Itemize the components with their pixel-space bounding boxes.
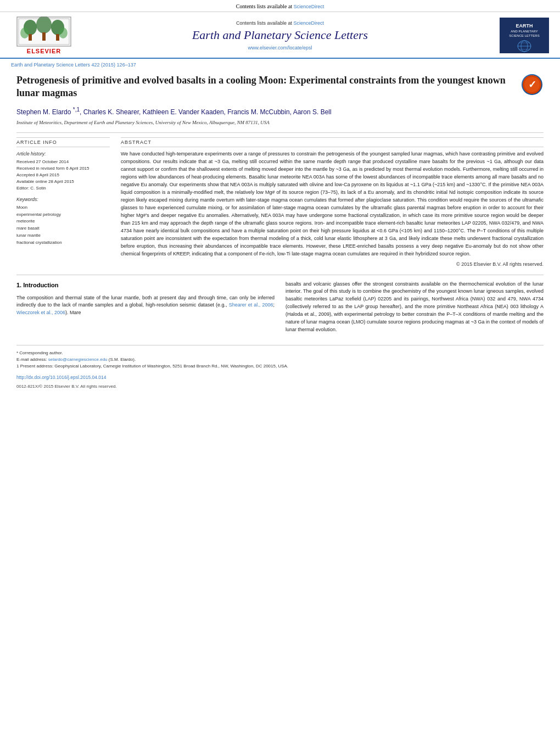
shearer-2006-link[interactable]: Shearer et al., 2006 (229, 302, 273, 308)
received-date: Received 27 October 2014 (16, 159, 110, 165)
author-bell: Aaron S. Bell (293, 108, 332, 116)
article-info-header: ARTICLE INFO (16, 137, 110, 147)
email-label: E-mail address: (16, 357, 47, 362)
body-text-right: basalts and volcanic glasses offer the s… (285, 281, 544, 334)
author-elardo: Stephen M. Elardo *,1, (16, 108, 83, 116)
footnote-star: * Corresponding author. (16, 350, 544, 356)
author-mccubbin: Francis M. McCubbin, (227, 108, 293, 116)
keyword-moon: Moon (16, 204, 110, 211)
top-banner: Contents lists available at ScienceDirec… (0, 0, 560, 12)
abstract-text: We have conducted high-temperature exper… (121, 150, 544, 258)
svg-rect-4 (29, 34, 32, 41)
received-revised-date: Received in revised form 6 April 2015 (16, 165, 110, 172)
journal-header: ELSEVIER Contents lists available at Sci… (0, 12, 560, 59)
footnote-1: 1 Present address: Geophysical Laborator… (16, 363, 544, 370)
keyword-fract-cryst: fractional crystallization (16, 239, 110, 247)
keywords-block: Keywords: Moon experimental petrology me… (16, 196, 110, 247)
crossmark-logo: ✓ (522, 74, 544, 96)
epsl-logo-section: EARTH AND PLANETARY SCIENCE LETTERS (483, 18, 549, 53)
elsevier-logo-section: ELSEVIER (11, 16, 77, 54)
issn-copyright: 0012-821X/© 2015 Elsevier B.V. All right… (16, 383, 544, 390)
journal-title: Earth and Planetary Science Letters (88, 28, 472, 42)
article-history-block: Article history: Received 27 October 201… (16, 150, 110, 192)
footnote-email: E-mail address: selardo@carnegiescience.… (16, 356, 544, 363)
svg-text:AND PLANETARY: AND PLANETARY (511, 30, 537, 33)
author-vander-kaaden: Kathleen E. Vander Kaaden, (143, 108, 228, 116)
editor-line: Editor: C. Sotin (16, 185, 110, 192)
svg-point-2 (36, 16, 52, 34)
journal-url-link[interactable]: www.elsevier.com/locate/epsl (248, 45, 312, 51)
svg-point-7 (20, 27, 29, 38)
keyword-meteorite: meteorite (16, 218, 110, 225)
divider-1 (16, 132, 544, 133)
footnotes-section: * Corresponding author. E-mail address: … (16, 345, 544, 390)
keywords-label: Keywords: (16, 196, 110, 203)
authors-line: Stephen M. Elardo *,1, Charles K. Sheare… (16, 105, 544, 117)
svg-rect-6 (56, 34, 59, 41)
contents-label: Contents lists available at (236, 20, 292, 26)
available-date: Available online 28 April 2015 (16, 178, 110, 185)
svg-rect-5 (42, 32, 46, 41)
introduction-section: 1. Introduction The composition and ther… (16, 275, 544, 334)
wieczorek-2006-link[interactable]: Wieczorek et al., 2006 (16, 310, 65, 315)
info-abstract-section: ARTICLE INFO Article history: Received 2… (16, 137, 544, 266)
elsevier-tree-icon (16, 16, 71, 47)
keyword-exp-petrology: experimental petrology (16, 211, 110, 219)
abstract-column: ABSTRACT We have conducted high-temperat… (121, 137, 544, 266)
author-shearer: Charles K. Shearer, (83, 108, 143, 116)
affiliation: Institute of Meteoritics, Department of … (16, 119, 544, 126)
body-text-left: The composition and thermal state of the… (16, 294, 275, 317)
svg-point-8 (59, 27, 68, 38)
sciencedirect-header-link[interactable]: ScienceDirect (294, 20, 324, 26)
corresponding-label: * Corresponding author. (16, 350, 63, 355)
elsevier-brand-text: ELSEVIER (27, 48, 61, 54)
journal-info-center: Contents lists available at ScienceDirec… (77, 20, 483, 51)
contents-available-line: Contents lists available at ScienceDirec… (88, 20, 472, 26)
article-info-column: ARTICLE INFO Article history: Received 2… (16, 137, 110, 266)
article-meta-bar: Earth and Planetary Science Letters 422 … (0, 59, 560, 69)
body-col-right: basalts and volcanic glasses offer the s… (285, 281, 544, 334)
body-col-left: 1. Introduction The composition and ther… (16, 281, 275, 334)
sciencedirect-link[interactable]: ScienceDirect (294, 4, 324, 9)
keyword-lunar-mantle: lunar mantle (16, 232, 110, 239)
epsl-journal-logo: EARTH AND PLANETARY SCIENCE LETTERS (500, 18, 549, 53)
article-title-section: Petrogenesis of primitive and evolved ba… (16, 74, 544, 100)
svg-text:EARTH: EARTH (516, 23, 533, 29)
main-content: Petrogenesis of primitive and evolved ba… (0, 69, 560, 395)
citation-text: Earth and Planetary Science Letters 422 … (11, 62, 136, 68)
abstract-header: ABSTRACT (121, 137, 544, 147)
body-two-column: 1. Introduction The composition and ther… (16, 281, 544, 334)
contents-text: Contents lists available at (236, 3, 292, 9)
elsevier-logo: ELSEVIER (11, 16, 77, 54)
article-title: Petrogenesis of primitive and evolved ba… (16, 74, 522, 100)
email-suffix: (S.M. Elardo). (109, 357, 136, 362)
crossmark-icon: ✓ (522, 74, 542, 95)
accepted-date: Accepted 8 April 2015 (16, 172, 110, 178)
article-history-label: Article history: (16, 150, 110, 158)
section1-title: 1. Introduction (16, 281, 275, 290)
copyright-line: © 2015 Elsevier B.V. All rights reserved… (121, 261, 544, 267)
doi-link[interactable]: http://dx.doi.org/10.1016/j.epsl.2015.04… (16, 374, 544, 381)
svg-text:SCIENCE LETTERS: SCIENCE LETTERS (509, 34, 539, 37)
email-link[interactable]: selardo@carnegiescience.edu (48, 357, 108, 362)
keyword-mare-basalt: mare basalt (16, 225, 110, 232)
svg-text:✓: ✓ (528, 79, 536, 90)
